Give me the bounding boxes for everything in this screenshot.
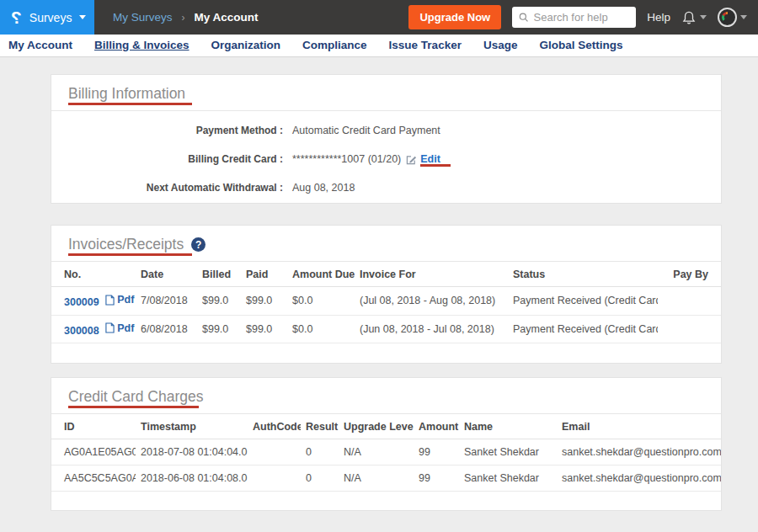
- col-result: Result: [301, 414, 339, 439]
- notifications-menu[interactable]: [681, 10, 707, 25]
- invoice-status: Payment Received (Credit Card): [508, 287, 658, 316]
- table-row: 300008 Pdf 6/08/2018 $99.0 $99.0 $0.0 (J…: [51, 315, 721, 343]
- charge-email: sanket.shekdar@questionpro.com: [557, 439, 721, 466]
- edit-card-action: Edit: [406, 145, 440, 173]
- billing-credit-card-label: Billing Credit Card :: [51, 145, 283, 173]
- payment-method-label: Payment Method :: [51, 116, 283, 145]
- charge-id: AA5C5C5AG0A: [51, 466, 136, 492]
- account-menu[interactable]: [718, 8, 747, 27]
- charge-upgrade-level: N/A: [339, 439, 414, 466]
- breadcrumb: My Surveys › My Account: [113, 11, 259, 24]
- invoice-pdf-link[interactable]: Pdf: [105, 322, 134, 334]
- edit-pencil-icon: [406, 154, 417, 165]
- billing-information-header: Billing Information: [51, 75, 721, 111]
- invoice-pdf-link[interactable]: Pdf: [105, 294, 134, 306]
- invoice-date: 6/08/2018: [136, 315, 197, 343]
- pdf-file-icon: [105, 295, 115, 306]
- charge-result: 0: [301, 439, 339, 466]
- annotation-underline: [68, 103, 192, 105]
- invoice-pay-by: [658, 287, 721, 316]
- pdf-file-icon: [105, 322, 115, 333]
- tab-organization[interactable]: Organization: [211, 39, 281, 51]
- tab-billing-invoices[interactable]: Billing & Invoices: [94, 39, 190, 51]
- tab-issue-tracker[interactable]: Issue Tracker: [389, 39, 462, 51]
- next-withdrawal-row: Next Automatic Withdrawal : Aug 08, 2018: [51, 173, 721, 202]
- search-icon: [519, 12, 528, 23]
- col-date: Date: [136, 262, 197, 287]
- chevron-down-icon: [700, 15, 707, 19]
- invoice-paid: $99.0: [241, 287, 287, 316]
- tab-global-settings[interactable]: Global Settings: [539, 39, 622, 51]
- annotation-underline: [68, 406, 199, 408]
- help-search-box[interactable]: [512, 7, 636, 28]
- chevron-down-icon: [740, 15, 747, 19]
- charge-name: Sanket Shekdar: [459, 439, 557, 466]
- charge-timestamp: 2018-07-08 01:04:04.0: [136, 439, 248, 466]
- col-amount-due: Amount Due: [287, 262, 355, 287]
- breadcrumb-current: My Account: [195, 11, 259, 24]
- chevron-down-icon: [79, 15, 86, 19]
- payment-method-value: Automatic Credit Card Payment: [292, 116, 440, 145]
- next-withdrawal-label: Next Automatic Withdrawal :: [51, 173, 283, 202]
- edit-card-link[interactable]: Edit: [420, 145, 440, 173]
- invoice-pay-by: [658, 315, 721, 343]
- invoices-table: No. Date Billed Paid Amount Due Invoice …: [51, 262, 721, 343]
- section-title-invoices-receipts: Invoices/Receipts: [68, 236, 184, 253]
- invoice-for: (Jul 08, 2018 - Aug 08, 2018): [355, 287, 508, 316]
- help-link[interactable]: Help: [647, 11, 670, 24]
- breadcrumb-separator-icon: ›: [182, 12, 185, 24]
- invoice-billed: $99.0: [197, 315, 241, 343]
- invoices-receipts-card: Invoices/Receipts ? No. Date Billed Paid…: [51, 225, 722, 364]
- charge-name: Sanket Shekdar: [459, 466, 557, 492]
- upgrade-now-button[interactable]: Upgrade Now: [408, 5, 501, 29]
- col-authcode: AuthCode: [248, 414, 301, 439]
- charge-id: AG0A1E05AG0A: [51, 439, 136, 466]
- col-pay-by: Pay By: [658, 262, 721, 287]
- invoice-billed: $99.0: [197, 287, 241, 316]
- col-status: Status: [508, 262, 658, 287]
- col-id: ID: [51, 414, 136, 439]
- section-title-credit-card-charges: Credit Card Charges: [68, 388, 203, 405]
- help-question-icon[interactable]: ?: [191, 237, 206, 252]
- avatar: [718, 8, 737, 27]
- col-amount: Amount: [414, 414, 459, 439]
- breadcrumb-parent[interactable]: My Surveys: [113, 11, 173, 24]
- invoices-table-header-row: No. Date Billed Paid Amount Due Invoice …: [51, 262, 721, 287]
- search-input[interactable]: [534, 11, 630, 24]
- annotation-underline: [420, 164, 451, 167]
- table-row: 300009 Pdf 7/08/2018 $99.0 $99.0 $0.0 (J…: [51, 287, 721, 316]
- invoice-paid: $99.0: [241, 315, 287, 343]
- top-bar: ? Surveys My Surveys › My Account Upgrad…: [0, 0, 758, 35]
- billing-information-body: Payment Method : Automatic Credit Card P…: [51, 111, 721, 202]
- invoice-for: (Jun 08, 2018 - Jul 08, 2018): [355, 315, 508, 343]
- invoice-status: Payment Received (Credit Card): [508, 315, 658, 343]
- billing-information-card: Billing Information Payment Method : Aut…: [51, 74, 722, 204]
- col-invoice-for: Invoice For: [355, 262, 508, 287]
- invoice-number-link[interactable]: 300008: [64, 324, 99, 336]
- tab-compliance[interactable]: Compliance: [302, 39, 367, 51]
- col-no: No.: [51, 262, 136, 287]
- charges-table-header-row: ID Timestamp AuthCode Result Upgrade Lev…: [51, 414, 721, 439]
- col-paid: Paid: [241, 262, 287, 287]
- charge-amount: 99: [414, 439, 459, 466]
- account-nav-tabs: My Account Billing & Invoices Organizati…: [0, 35, 758, 57]
- tab-my-account[interactable]: My Account: [8, 39, 72, 51]
- credit-card-charges-card: Credit Card Charges ID Timestamp AuthCod…: [51, 377, 722, 511]
- charge-timestamp: 2018-06-08 01:04:08.0: [136, 466, 248, 492]
- invoice-number-link[interactable]: 300009: [64, 296, 99, 308]
- bell-icon: [681, 10, 697, 25]
- charge-amount: 99: [414, 466, 459, 492]
- tab-usage[interactable]: Usage: [483, 39, 518, 51]
- payment-method-row: Payment Method : Automatic Credit Card P…: [51, 116, 721, 145]
- col-timestamp: Timestamp: [136, 414, 248, 439]
- col-email: Email: [557, 414, 721, 439]
- col-name: Name: [459, 414, 557, 439]
- charge-authcode: [248, 466, 301, 492]
- charge-email: sanket.shekdar@questionpro.com: [557, 466, 721, 492]
- product-switcher[interactable]: ? Surveys: [0, 0, 94, 35]
- table-row: AG0A1E05AG0A 2018-07-08 01:04:04.0 0 N/A…: [51, 439, 721, 466]
- col-upgrade-level: Upgrade Level: [339, 414, 414, 439]
- invoices-receipts-header: Invoices/Receipts ?: [51, 226, 721, 262]
- charge-authcode: [248, 439, 301, 466]
- col-billed: Billed: [197, 262, 241, 287]
